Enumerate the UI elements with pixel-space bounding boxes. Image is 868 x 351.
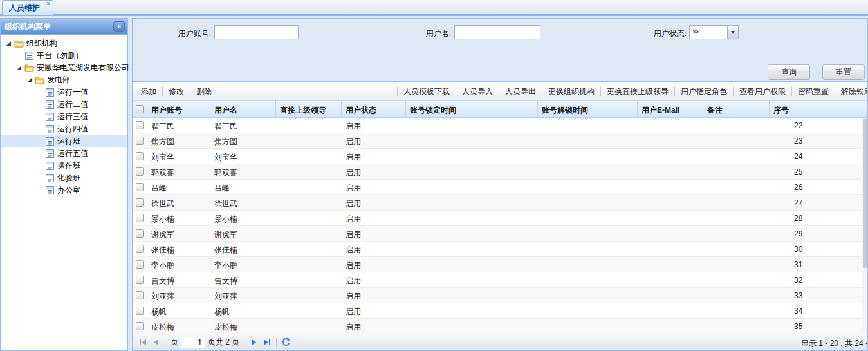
cell-leader <box>276 242 342 256</box>
toolbar-button[interactable]: 删除 <box>190 86 217 97</box>
toolbar-button[interactable]: 人员导出 <box>499 86 542 97</box>
cell-lock_time <box>406 164 538 179</box>
toolbar-button[interactable]: 用户指定角色 <box>675 86 733 97</box>
column-header[interactable]: 账号锁定时间 <box>406 101 538 117</box>
scrollbar-thumb[interactable] <box>863 119 867 268</box>
column-header[interactable]: 用户账号 <box>147 101 210 117</box>
row-checkbox[interactable] <box>136 307 144 315</box>
toolbar-button[interactable]: 密码重置 <box>792 86 835 97</box>
tree-node[interactable]: 运行二值 <box>1 99 127 111</box>
cell-name: 刘宝华 <box>210 149 276 164</box>
tree-node[interactable]: 运行一值 <box>1 86 127 99</box>
row-checkbox[interactable] <box>136 260 144 269</box>
toolbar-button[interactable]: 查看用户权限 <box>734 86 791 97</box>
collapse-panel-button[interactable]: « <box>113 21 125 32</box>
cell-account: 皮松梅 <box>147 319 210 334</box>
page-count-label: 页共 2 页 <box>205 337 242 348</box>
last-page-button[interactable] <box>261 336 273 349</box>
table-row[interactable]: 杨帆杨帆启用34 <box>133 303 862 319</box>
cell-seq: 35 <box>770 319 862 334</box>
table-row[interactable]: 焦方圆焦方圆启用23 <box>133 133 862 149</box>
tree-expand-arrow-icon[interactable] <box>24 77 34 83</box>
tree-node[interactable]: 运行班 <box>1 135 127 147</box>
refresh-button[interactable] <box>279 336 292 349</box>
tree-node[interactable]: 办公室 <box>1 184 127 196</box>
row-checkbox[interactable] <box>136 167 144 176</box>
org-tree-panel: 组织机构菜单 « 组织机构平台（勿删）安徽华电芜湖发电有限公司发电部运行一值运行… <box>0 18 128 351</box>
row-checkbox[interactable] <box>136 276 144 284</box>
cell-lock_time <box>406 180 538 194</box>
row-checkbox[interactable] <box>136 245 144 253</box>
tree-expand-arrow-icon[interactable] <box>3 41 14 46</box>
user-status-dropdown-trigger[interactable] <box>727 26 738 39</box>
table-row[interactable]: 徐世武徐世武启用27 <box>133 195 862 211</box>
cell-leader <box>276 303 342 318</box>
row-checkbox[interactable] <box>136 137 144 145</box>
toolbar-button[interactable]: 添加 <box>135 86 162 97</box>
tree-node[interactable]: 操作班 <box>1 160 127 172</box>
table-row[interactable]: 谢虎军谢虎军启用29 <box>133 226 862 242</box>
user-name-input[interactable] <box>454 25 540 39</box>
row-checkbox[interactable] <box>136 152 144 160</box>
column-header[interactable]: 备注 <box>703 101 770 117</box>
cell-email <box>638 242 703 256</box>
select-all-checkbox[interactable] <box>136 105 144 113</box>
row-checkbox[interactable] <box>136 291 144 299</box>
toolbar-button[interactable]: 人员模板下载 <box>398 86 456 97</box>
tree-node[interactable]: 运行三值 <box>1 111 127 123</box>
cell-lock_time <box>406 272 538 287</box>
tab-close-icon[interactable]: × <box>46 1 50 7</box>
table-row[interactable]: 皮松梅皮松梅启用35 <box>133 319 862 334</box>
cell-seq: 32 <box>770 272 862 287</box>
page-number-input[interactable] <box>181 337 205 348</box>
table-row[interactable]: 曹文博曹文博启用32 <box>133 272 862 288</box>
vertical-scrollbar[interactable] <box>862 118 867 334</box>
first-page-button[interactable] <box>136 336 149 349</box>
table-row[interactable]: 郭双喜郭双喜启用25 <box>133 164 862 180</box>
column-header[interactable]: 用户状态 <box>342 101 406 117</box>
cell-status: 启用 <box>342 133 406 148</box>
tree-node-folder[interactable]: 安徽华电芜湖发电有限公司 <box>1 62 127 74</box>
tree-node[interactable]: 平台（勿删） <box>1 50 127 62</box>
tab-personnel-maintenance[interactable]: 人员维护 × <box>2 0 53 15</box>
reset-button[interactable]: 重置 <box>822 64 865 80</box>
toolbar-button[interactable]: 人员导入 <box>456 86 499 97</box>
prev-page-button[interactable] <box>149 336 162 349</box>
column-header[interactable]: 直接上级领导 <box>276 101 342 117</box>
table-row[interactable]: 李小鹏李小鹏启用31 <box>133 257 862 272</box>
tree-node-folder[interactable]: 发电部 <box>1 74 127 86</box>
tree-node[interactable]: 运行五值 <box>1 147 127 160</box>
row-checkbox[interactable] <box>136 214 144 222</box>
row-checkbox[interactable] <box>136 322 144 330</box>
column-header[interactable]: 账号解锁时间 <box>538 101 638 117</box>
tree-node-folder[interactable]: 组织机构 <box>1 37 127 50</box>
toolbar-button[interactable]: 更换组织机构 <box>542 86 600 97</box>
toolbar-button[interactable]: 解除锁定 <box>835 86 867 97</box>
table-row[interactable]: 张佳楠张佳楠启用30 <box>133 242 862 257</box>
toolbar-button[interactable]: 更换直接上级领导 <box>601 86 674 97</box>
table-row[interactable]: 翟三民翟三民启用22 <box>133 118 862 133</box>
table-row[interactable]: 景小楠景小楠启用28 <box>133 211 862 226</box>
query-button[interactable]: 查询 <box>768 64 810 80</box>
table-row[interactable]: 吕峰吕峰启用26 <box>133 180 862 195</box>
tree-node[interactable]: 运行四值 <box>1 123 127 135</box>
toolbar-button[interactable]: 修改 <box>163 86 190 97</box>
column-header[interactable]: 序号 <box>770 101 867 117</box>
row-checkbox[interactable] <box>136 198 144 207</box>
column-header[interactable]: 用户名 <box>210 101 276 117</box>
row-checkbox[interactable] <box>136 121 144 129</box>
next-page-button[interactable] <box>248 336 261 349</box>
user-account-input[interactable] <box>214 25 299 39</box>
row-checkbox[interactable] <box>136 183 144 191</box>
table-row[interactable]: 刘宝华刘宝华启用24 <box>133 149 862 164</box>
row-checkbox-cell <box>133 211 147 225</box>
column-header[interactable]: 用户E-Mail <box>638 101 703 117</box>
row-checkbox[interactable] <box>136 229 144 238</box>
tree-expand-arrow-icon[interactable] <box>14 65 24 71</box>
cell-name: 刘亚萍 <box>210 288 276 303</box>
table-row[interactable]: 刘亚萍刘亚萍启用33 <box>133 288 862 303</box>
tree-node[interactable]: 化验班 <box>1 172 127 184</box>
tree-node-label: 组织机构 <box>26 38 57 49</box>
user-status-select[interactable]: 空 <box>689 25 739 39</box>
row-checkbox-cell <box>133 180 147 194</box>
